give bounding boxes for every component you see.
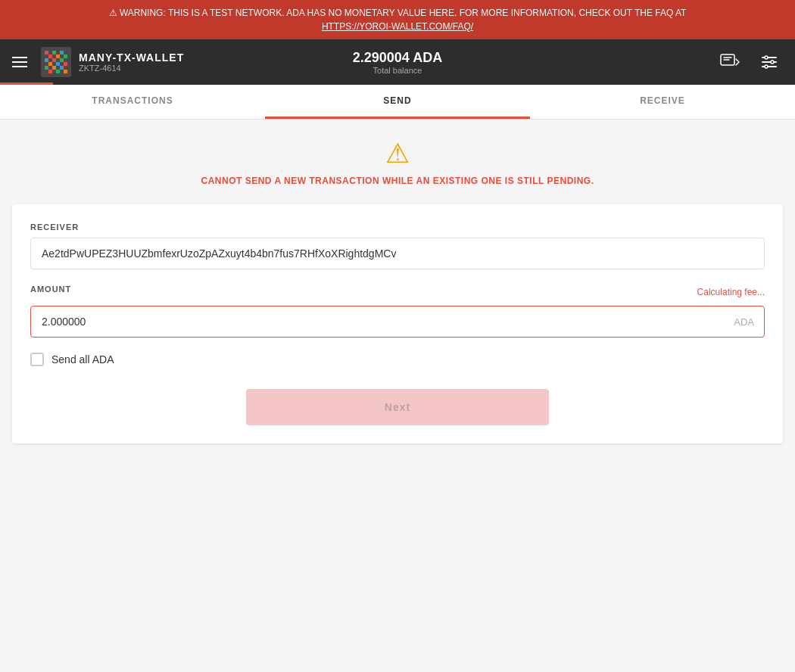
svg-rect-6 xyxy=(64,54,67,58)
tab-receive[interactable]: RECEIVE xyxy=(530,85,795,119)
svg-rect-14 xyxy=(52,66,56,70)
warning-text: WARNING: THIS IS A TEST NETWORK. ADA HAS… xyxy=(120,8,687,18)
amount-input-wrapper: ADA xyxy=(30,306,765,338)
svg-rect-2 xyxy=(52,51,56,54)
wallet-info: MANY-TX-WALLET ZKTZ-4614 xyxy=(79,51,184,73)
warning-banner: ⚠ WARNING: THIS IS A TEST NETWORK. ADA H… xyxy=(0,0,795,39)
pending-error-text: CANNOT SEND A NEW TRANSACTION WHILE AN E… xyxy=(12,176,783,186)
send-all-row: Send all ADA xyxy=(30,353,765,366)
amount-unit: ADA xyxy=(734,316,754,328)
amount-input[interactable] xyxy=(30,306,765,338)
next-button[interactable]: Next xyxy=(246,389,549,425)
receiver-label: RECEIVER xyxy=(30,222,765,232)
nav-tabs: TRANSACTIONS SEND RECEIVE xyxy=(0,85,795,120)
wallet-name: MANY-TX-WALLET xyxy=(79,51,184,64)
svg-rect-18 xyxy=(64,70,67,73)
balance-amount: 2.290004 ADA xyxy=(353,50,442,66)
menu-icon[interactable] xyxy=(12,57,27,67)
header-balance: 2.290004 ADA Total balance xyxy=(353,50,442,75)
settings-icon[interactable] xyxy=(756,48,783,76)
main-content: ⚠ CANNOT SEND A NEW TRANSACTION WHILE AN… xyxy=(0,120,795,462)
error-container: ⚠ CANNOT SEND A NEW TRANSACTION WHILE AN… xyxy=(12,138,783,186)
svg-point-24 xyxy=(771,61,774,64)
header: MANY-TX-WALLET ZKTZ-4614 2.290004 ADA To… xyxy=(0,39,795,85)
wallet-id: ZKTZ-4614 xyxy=(79,64,184,73)
tab-send[interactable]: SEND xyxy=(265,85,530,119)
warning-icon: ⚠ xyxy=(109,8,117,18)
header-left: MANY-TX-WALLET ZKTZ-4614 xyxy=(12,47,184,77)
amount-field-group: AMOUNT Calculating fee... ADA xyxy=(30,285,765,338)
warning-triangle-icon: ⚠ xyxy=(12,138,783,170)
svg-point-25 xyxy=(765,65,768,68)
svg-rect-9 xyxy=(60,58,64,62)
send-all-checkbox[interactable] xyxy=(30,353,44,366)
svg-rect-8 xyxy=(52,58,56,62)
calculating-fee-text: Calculating fee... xyxy=(697,287,765,297)
svg-rect-1 xyxy=(45,51,48,54)
svg-rect-5 xyxy=(56,54,60,58)
active-tab-indicator xyxy=(0,82,53,85)
svg-point-23 xyxy=(765,56,768,59)
send-all-label[interactable]: Send all ADA xyxy=(51,353,114,366)
svg-rect-4 xyxy=(48,54,52,58)
send-receive-icon[interactable] xyxy=(716,48,744,76)
svg-rect-13 xyxy=(45,66,48,70)
amount-label: AMOUNT xyxy=(30,285,71,294)
tab-transactions[interactable]: TRANSACTIONS xyxy=(0,85,265,119)
next-button-container: Next xyxy=(30,389,765,425)
header-right xyxy=(716,48,783,76)
svg-rect-3 xyxy=(60,51,64,54)
balance-label: Total balance xyxy=(353,66,442,75)
send-form-card: RECEIVER AMOUNT Calculating fee... ADA S… xyxy=(12,204,783,443)
warning-link[interactable]: HTTPS://YOROI-WALLET.COM/FAQ/ xyxy=(322,21,473,32)
receiver-input[interactable] xyxy=(30,238,765,269)
svg-rect-16 xyxy=(48,70,52,73)
svg-rect-17 xyxy=(56,70,60,73)
svg-rect-15 xyxy=(60,66,64,70)
amount-row: AMOUNT Calculating fee... xyxy=(30,285,765,300)
svg-rect-11 xyxy=(56,62,60,66)
wallet-avatar xyxy=(41,47,71,77)
svg-rect-7 xyxy=(45,58,48,62)
svg-rect-12 xyxy=(64,62,67,66)
svg-rect-10 xyxy=(48,62,52,66)
receiver-field-group: RECEIVER xyxy=(30,222,765,269)
